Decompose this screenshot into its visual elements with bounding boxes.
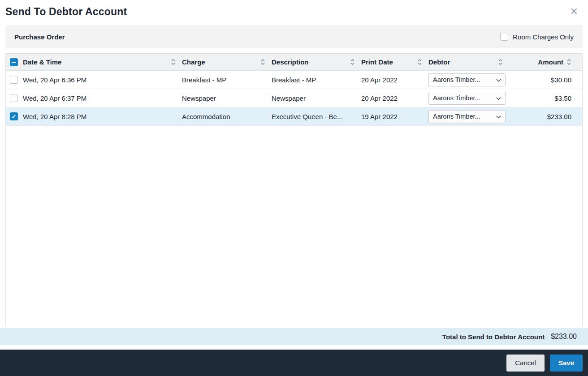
cell-debtor: Aarons Timber... — [428, 89, 509, 107]
room-charges-label: Room Charges Only — [513, 33, 574, 41]
cell-select — [6, 107, 23, 125]
cell-charge: Accommodation — [182, 107, 272, 125]
chevron-down-icon — [496, 113, 501, 120]
column-label: Date & Time — [23, 58, 61, 66]
sort-icon[interactable] — [498, 58, 503, 66]
column-header-charge[interactable]: Charge — [182, 54, 272, 70]
cell-amount: $30.00 — [509, 71, 582, 89]
sort-icon[interactable] — [350, 58, 355, 66]
table-row[interactable]: Wed, 20 Apr 6:36 PM Breakfast - MP Break… — [6, 71, 582, 89]
debtor-select[interactable]: Aarons Timber... — [428, 110, 506, 123]
sort-icon[interactable] — [417, 58, 422, 66]
cell-debtor: Aarons Timber... — [428, 71, 509, 89]
header-cell-select — [6, 54, 23, 70]
charges-table: Date & Time Charge Description Print Dat… — [5, 53, 583, 326]
sort-icon[interactable] — [260, 58, 265, 66]
cell-date-time: Wed, 20 Apr 8:28 PM — [23, 107, 182, 125]
cell-print-date: 19 Apr 2022 — [361, 107, 428, 125]
debtor-select-value: Aarons Timber... — [433, 113, 480, 120]
column-header-description[interactable]: Description — [272, 54, 361, 70]
debtor-select[interactable]: Aarons Timber... — [428, 92, 506, 105]
cell-print-date: 20 Apr 2022 — [361, 89, 428, 107]
cell-description: Executive Queen - Be... — [272, 107, 361, 125]
cancel-button[interactable]: Cancel — [506, 355, 545, 372]
column-label: Amount — [538, 58, 563, 66]
table-row[interactable]: Wed, 20 Apr 8:28 PM Accommodation Execut… — [6, 107, 582, 126]
chevron-down-icon — [496, 94, 501, 102]
cell-date-time: Wed, 20 Apr 6:37 PM — [23, 89, 182, 107]
cell-description: Newspaper — [272, 89, 361, 107]
modal-header: Send To Debtor Account ✕ — [0, 0, 588, 23]
cell-charge: Breakfast - MP — [182, 71, 272, 89]
column-label: Print Date — [361, 58, 393, 66]
purchase-order-label: Purchase Order — [14, 33, 65, 41]
cell-select — [6, 89, 23, 107]
close-icon[interactable]: ✕ — [568, 5, 580, 18]
cell-select — [6, 71, 23, 89]
page-title: Send To Debtor Account — [5, 6, 127, 18]
row-checkbox[interactable] — [10, 112, 18, 120]
purchase-order-bar: Purchase Order Room Charges Only — [5, 25, 583, 48]
total-bar: Total to Send to Debtor Account $233.00 — [0, 328, 588, 345]
column-header-debtor[interactable]: Debtor — [428, 54, 509, 70]
cell-date-time: Wed, 20 Apr 6:36 PM — [23, 71, 182, 89]
table-header-row: Date & Time Charge Description Print Dat… — [6, 54, 582, 71]
cell-amount: $3.50 — [509, 89, 582, 107]
save-button[interactable]: Save — [550, 355, 583, 372]
cell-description: Breakfast - MP — [272, 71, 361, 89]
chevron-down-icon — [496, 76, 501, 83]
cell-charge: Newspaper — [182, 89, 272, 107]
cell-amount: $233.00 — [509, 107, 582, 125]
room-charges-checkbox[interactable] — [500, 33, 508, 41]
room-charges-only-toggle[interactable]: Room Charges Only — [500, 33, 574, 41]
sort-icon[interactable] — [566, 58, 571, 66]
row-checkbox[interactable] — [10, 76, 18, 84]
column-label: Debtor — [428, 58, 450, 66]
column-label: Description — [272, 58, 309, 66]
column-label: Charge — [182, 58, 205, 66]
column-header-print-date[interactable]: Print Date — [361, 54, 428, 70]
row-checkbox[interactable] — [10, 94, 18, 102]
action-bar: Cancel Save — [0, 350, 588, 376]
cell-debtor: Aarons Timber... — [428, 107, 509, 125]
total-label: Total to Send to Debtor Account — [442, 333, 545, 341]
column-header-amount[interactable]: Amount — [509, 54, 582, 70]
total-amount: $233.00 — [551, 333, 577, 341]
cell-print-date: 20 Apr 2022 — [361, 71, 428, 89]
select-all-checkbox[interactable] — [10, 58, 18, 66]
table-row[interactable]: Wed, 20 Apr 6:37 PM Newspaper Newspaper … — [6, 89, 582, 107]
column-header-date-time[interactable]: Date & Time — [23, 54, 182, 70]
sort-icon[interactable] — [171, 58, 176, 66]
debtor-select-value: Aarons Timber... — [433, 76, 480, 83]
debtor-select[interactable]: Aarons Timber... — [428, 73, 506, 86]
debtor-select-value: Aarons Timber... — [433, 94, 480, 102]
